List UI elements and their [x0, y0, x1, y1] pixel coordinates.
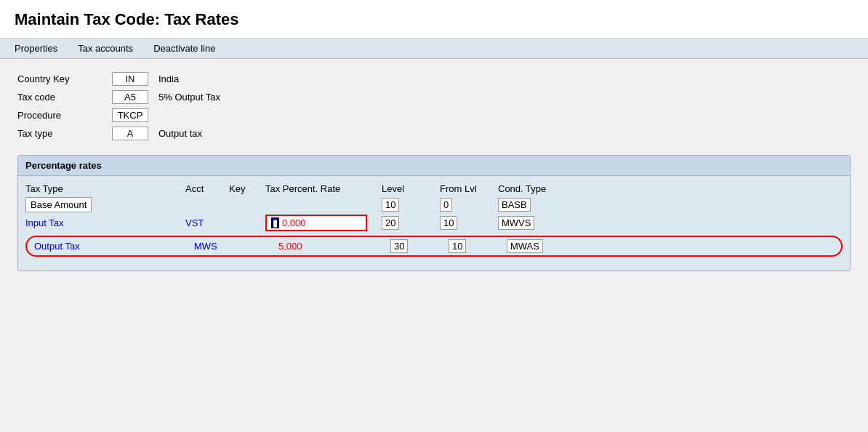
- percentage-rates-section: Percentage rates Tax Type Acct Key Tax P…: [17, 155, 851, 271]
- output-tax-from-lvl-box: 10: [449, 239, 466, 253]
- output-tax-percent-value: 5,000: [278, 241, 302, 252]
- output-tax-percent-field: 5,000: [274, 239, 376, 253]
- input-tax-acct-link[interactable]: VST: [185, 217, 204, 228]
- menu-deactivate-line[interactable]: Deactivate line: [153, 43, 215, 54]
- header-acct: Acct: [185, 183, 229, 194]
- tax-type-label: Tax type: [17, 128, 112, 139]
- header-key: Key: [229, 183, 265, 194]
- input-tax-level-box: 20: [382, 216, 399, 230]
- output-tax-acct-link[interactable]: MWS: [194, 241, 217, 252]
- header-cond-type: Cond. Type: [498, 183, 571, 194]
- input-tax-percent-field[interactable]: ▮ 0,000: [265, 215, 367, 231]
- base-amount-from-lvl: 0: [440, 199, 498, 210]
- output-tax-acct: MWS: [194, 241, 238, 252]
- procedure-value: TKCP: [112, 108, 148, 122]
- table-header: Tax Type Acct Key Tax Percent. Rate Leve…: [18, 180, 850, 197]
- tax-code-value: A5: [112, 90, 148, 104]
- title-bar: Maintain Tax Code: Tax Rates: [0, 0, 868, 39]
- base-amount-from-lvl-box: 0: [440, 198, 452, 212]
- country-key-row: Country Key IN India: [17, 72, 851, 86]
- tax-type-desc: Output tax: [158, 128, 202, 139]
- menu-bar: Properties Tax accounts Deactivate line: [0, 39, 868, 59]
- tax-code-label: Tax code: [17, 92, 112, 103]
- output-tax-percent: 5,000: [274, 239, 390, 253]
- base-amount-level-box: 10: [382, 198, 399, 212]
- tax-type-value: A: [112, 127, 148, 140]
- content-area: Country Key IN India Tax code A5 5% Outp…: [0, 59, 868, 284]
- menu-properties[interactable]: Properties: [15, 43, 57, 54]
- procedure-row: Procedure TKCP: [17, 108, 851, 122]
- output-tax-cond-type-box: MWAS: [507, 239, 543, 253]
- header-level: Level: [382, 183, 440, 194]
- base-amount-tax-type: Base Amount: [25, 199, 185, 210]
- input-tax-from-lvl-box: 10: [440, 216, 457, 230]
- input-tax-percent-value: 0,000: [282, 217, 306, 228]
- base-amount-cond-type-box: BASB: [498, 198, 531, 212]
- header-from-lvl: From Lvl: [440, 183, 498, 194]
- country-name: India: [158, 73, 179, 84]
- base-amount-level: 10: [382, 199, 440, 210]
- output-tax-type: Output Tax: [34, 241, 194, 252]
- procedure-label: Procedure: [17, 110, 112, 121]
- input-tax-from-lvl: 10: [440, 217, 498, 228]
- form-section: Country Key IN India Tax code A5 5% Outp…: [17, 72, 851, 140]
- page-title: Maintain Tax Code: Tax Rates: [15, 10, 853, 29]
- input-tax-level: 20: [382, 217, 440, 228]
- section-title: Percentage rates: [18, 156, 850, 176]
- table-row-input-tax: Input Tax VST ▮ 0,000 20 10: [18, 212, 850, 233]
- table-row-output-tax: Output Tax MWS 5,000 30 10: [25, 236, 843, 257]
- header-tax-percent-rate: Tax Percent. Rate: [265, 183, 382, 194]
- cursor-icon: ▮: [271, 217, 279, 228]
- base-amount-cond-type: BASB: [498, 199, 571, 210]
- input-tax-type: Input Tax: [25, 217, 185, 228]
- input-tax-cond-type-box: MWVS: [498, 216, 534, 230]
- output-tax-cond-type: MWAS: [507, 241, 579, 252]
- main-container: Maintain Tax Code: Tax Rates Properties …: [0, 0, 868, 432]
- tax-code-desc: 5% Output Tax: [158, 92, 220, 103]
- base-amount-box: Base Amount: [25, 197, 92, 212]
- header-tax-type: Tax Type: [25, 183, 185, 194]
- input-tax-acct: VST: [185, 217, 229, 228]
- menu-tax-accounts[interactable]: Tax accounts: [78, 43, 133, 54]
- input-tax-percent[interactable]: ▮ 0,000: [265, 215, 382, 231]
- output-tax-from-lvl: 10: [449, 241, 507, 252]
- output-tax-level: 30: [390, 241, 449, 252]
- input-tax-link[interactable]: Input Tax: [25, 217, 64, 228]
- output-tax-level-box: 30: [390, 239, 408, 253]
- tax-code-row: Tax code A5 5% Output Tax: [17, 90, 851, 104]
- input-tax-cond-type: MWVS: [498, 217, 571, 228]
- output-tax-link[interactable]: Output Tax: [34, 241, 80, 252]
- country-key-label: Country Key: [17, 73, 112, 84]
- tax-type-row: Tax type A Output tax: [17, 127, 851, 140]
- country-key-value: IN: [112, 72, 148, 86]
- table-row-base-amount: Base Amount 10 0 BASB: [18, 197, 850, 212]
